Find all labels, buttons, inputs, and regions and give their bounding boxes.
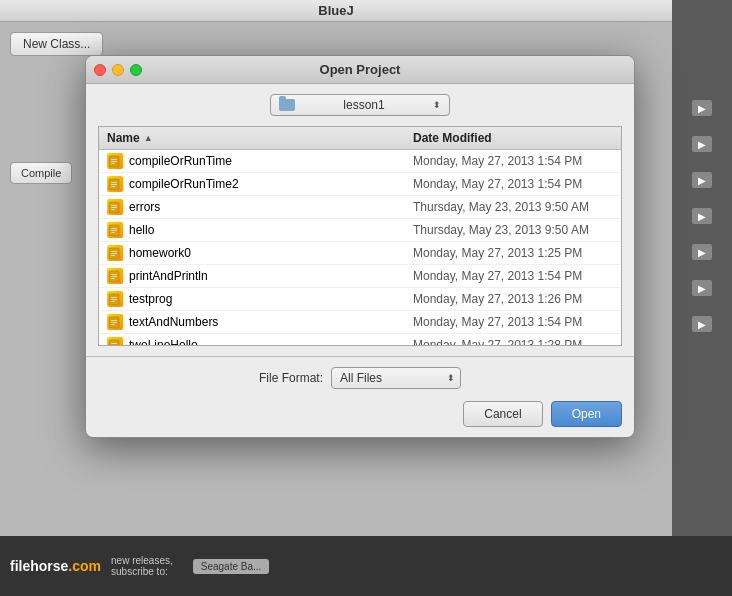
file-name: homework0: [129, 246, 413, 260]
file-date: Monday, May 27, 2013 1:54 PM: [413, 269, 613, 283]
location-chevron-icon: ⬍: [433, 100, 441, 110]
right-sidebar: ▶ ▶ ▶ ▶ ▶ ▶ ▶: [672, 0, 732, 596]
file-date: Monday, May 27, 2013 1:54 PM: [413, 177, 613, 191]
dialog-body: lesson1 ⬍ Name ▲ Date Modified compileOr…: [86, 84, 634, 356]
folder-icon: [279, 99, 295, 111]
arrow-btn-7[interactable]: ▶: [692, 316, 712, 332]
filehorse-logo: filehorse.com: [10, 558, 101, 574]
file-format-label: File Format:: [259, 371, 323, 385]
svg-rect-24: [111, 255, 115, 256]
svg-rect-27: [111, 274, 117, 275]
file-icon: [107, 314, 123, 330]
file-date: Thursday, May 23, 2013 9:50 AM: [413, 223, 613, 237]
compile-button[interactable]: Compile: [10, 162, 72, 184]
location-bar: lesson1 ⬍: [98, 94, 622, 116]
dialog-title: Open Project: [320, 62, 401, 77]
file-date: Monday, May 27, 2013 1:26 PM: [413, 292, 613, 306]
file-name: hello: [129, 223, 413, 237]
file-list-container[interactable]: Name ▲ Date Modified compileOrRunTimeMon…: [98, 126, 622, 346]
file-list-header: Name ▲ Date Modified: [99, 127, 621, 150]
open-project-dialog: Open Project lesson1 ⬍ Name ▲ Date Modif…: [85, 55, 635, 438]
file-format-select-wrapper[interactable]: All Files ⬍: [331, 367, 461, 389]
column-date-header[interactable]: Date Modified: [413, 131, 613, 145]
svg-rect-8: [111, 184, 117, 185]
svg-rect-37: [111, 320, 117, 321]
file-name: compileOrRunTime: [129, 154, 413, 168]
dialog-titlebar: Open Project: [86, 56, 634, 84]
svg-rect-7: [111, 182, 117, 183]
table-row[interactable]: compileOrRunTimeMonday, May 27, 2013 1:5…: [99, 150, 621, 173]
file-name: compileOrRunTime2: [129, 177, 413, 191]
svg-rect-28: [111, 276, 117, 277]
svg-rect-33: [111, 299, 117, 300]
table-row[interactable]: compileOrRunTime2Monday, May 27, 2013 1:…: [99, 173, 621, 196]
cancel-button[interactable]: Cancel: [463, 401, 542, 427]
file-name: errors: [129, 200, 413, 214]
table-row[interactable]: textAndNumbersMonday, May 27, 2013 1:54 …: [99, 311, 621, 334]
svg-rect-17: [111, 228, 117, 229]
svg-rect-42: [111, 343, 117, 344]
new-class-button[interactable]: New Class...: [10, 32, 103, 56]
app-name: BlueJ: [318, 3, 353, 18]
table-row[interactable]: helloThursday, May 23, 2013 9:50 AM: [99, 219, 621, 242]
arrow-btn-4[interactable]: ▶: [692, 208, 712, 224]
file-name: printAndPrintln: [129, 269, 413, 283]
svg-rect-2: [111, 159, 117, 160]
file-icon: [107, 153, 123, 169]
file-name: textAndNumbers: [129, 315, 413, 329]
dialog-buttons: Cancel Open: [98, 401, 622, 427]
svg-rect-9: [111, 186, 115, 187]
file-icon: [107, 222, 123, 238]
table-row[interactable]: twoLineHelloMonday, May 27, 2013 1:28 PM: [99, 334, 621, 346]
sort-arrow-icon: ▲: [144, 133, 153, 143]
file-date: Monday, May 27, 2013 1:25 PM: [413, 246, 613, 260]
file-icon: [107, 199, 123, 215]
bluej-titlebar: BlueJ: [0, 0, 672, 22]
table-row[interactable]: homework0Monday, May 27, 2013 1:25 PM: [99, 242, 621, 265]
open-button[interactable]: Open: [551, 401, 622, 427]
file-date: Monday, May 27, 2013 1:54 PM: [413, 315, 613, 329]
file-format-select[interactable]: All Files: [331, 367, 461, 389]
file-icon: [107, 245, 123, 261]
dialog-bottom: File Format: All Files ⬍ Cancel Open: [86, 356, 634, 437]
maximize-button[interactable]: [130, 64, 142, 76]
file-rows-container: compileOrRunTimeMonday, May 27, 2013 1:5…: [99, 150, 621, 346]
file-format-row: File Format: All Files ⬍: [98, 367, 622, 389]
arrow-btn-6[interactable]: ▶: [692, 280, 712, 296]
arrow-btn-1[interactable]: ▶: [692, 100, 712, 116]
file-date: Monday, May 27, 2013 1:54 PM: [413, 154, 613, 168]
svg-rect-39: [111, 324, 115, 325]
table-row[interactable]: testprogMonday, May 27, 2013 1:26 PM: [99, 288, 621, 311]
svg-rect-13: [111, 207, 117, 208]
file-icon: [107, 337, 123, 346]
svg-rect-14: [111, 209, 115, 210]
close-button[interactable]: [94, 64, 106, 76]
svg-rect-23: [111, 253, 117, 254]
svg-rect-12: [111, 205, 117, 206]
svg-rect-29: [111, 278, 115, 279]
svg-rect-32: [111, 297, 117, 298]
file-name: twoLineHello: [129, 338, 413, 346]
taskbar: filehorse.com new releases, subscribe to…: [0, 536, 732, 596]
minimize-button[interactable]: [112, 64, 124, 76]
taskbar-subscribe-text: new releases, subscribe to:: [111, 555, 173, 577]
file-icon: [107, 176, 123, 192]
svg-rect-19: [111, 232, 115, 233]
svg-rect-22: [111, 251, 117, 252]
arrow-btn-5[interactable]: ▶: [692, 244, 712, 260]
arrow-btn-2[interactable]: ▶: [692, 136, 712, 152]
svg-rect-34: [111, 301, 115, 302]
traffic-lights: [94, 64, 142, 76]
file-date: Monday, May 27, 2013 1:28 PM: [413, 338, 613, 346]
svg-rect-4: [111, 163, 115, 164]
column-name-header[interactable]: Name ▲: [107, 131, 413, 145]
svg-rect-38: [111, 322, 117, 323]
table-row[interactable]: errorsThursday, May 23, 2013 9:50 AM: [99, 196, 621, 219]
location-selector[interactable]: lesson1 ⬍: [270, 94, 450, 116]
file-icon: [107, 291, 123, 307]
taskbar-badge[interactable]: Seagate Ba...: [193, 559, 270, 574]
svg-rect-43: [111, 345, 117, 346]
location-label: lesson1: [343, 98, 384, 112]
arrow-btn-3[interactable]: ▶: [692, 172, 712, 188]
table-row[interactable]: printAndPrintlnMonday, May 27, 2013 1:54…: [99, 265, 621, 288]
